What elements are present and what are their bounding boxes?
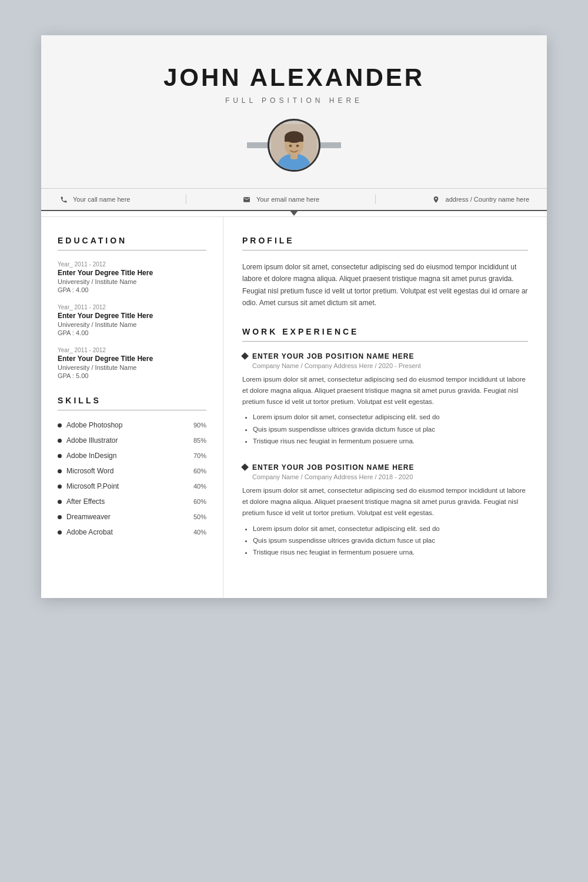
skill-item-2: Adobe InDesign 70% [58, 452, 206, 460]
skill-name-5: After Effects [66, 497, 105, 506]
resume-header: JOHN ALEXANDER FULL POSITION HERE [41, 35, 547, 172]
edu-year-2: Year_ 2011 - 2012 [58, 347, 206, 353]
contact-divider-2 [375, 195, 376, 204]
skill-percent-6: 50% [193, 513, 206, 520]
profile-text: Lorem ipsum dolor sit amet, consectetur … [242, 261, 528, 309]
work-section-title: WORK EXPERIENCE [242, 327, 528, 336]
phone-icon [59, 195, 68, 204]
skill-percent-2: 70% [193, 452, 206, 459]
work-bullet: Quis ipsum suspendisse ultrices gravida … [253, 424, 528, 435]
work-company-1: Company Name / Company Address Here / 20… [252, 473, 528, 480]
work-diamond-1 [241, 463, 249, 471]
skill-dot-7 [58, 530, 62, 534]
work-divider [242, 341, 528, 342]
email-text: Your email name here [256, 196, 319, 203]
skill-dot-3 [58, 469, 62, 473]
edu-entry-2: Year_ 2011 - 2012 Enter Your Degree Titl… [58, 347, 206, 379]
skill-left-3: Microsoft Word [58, 467, 113, 475]
work-desc-1: Lorem ipsum dolor sit amet, consectetur … [242, 485, 528, 519]
work-desc-0: Lorem ipsum dolor sit amet, consectetur … [242, 374, 528, 407]
skill-name-1: Adobe Illustrator [66, 436, 118, 445]
svg-rect-5 [285, 137, 303, 142]
candidate-title: FULL POSITION HERE [65, 96, 523, 105]
edu-gpa-1: GPA : 4.00 [58, 329, 206, 336]
profile-photo [268, 119, 320, 172]
skill-item-4: Microsoft P.Point 40% [58, 482, 206, 490]
skill-name-4: Microsoft P.Point [66, 482, 119, 490]
edu-gpa-2: GPA : 5.00 [58, 372, 206, 379]
work-entry-0: ENTER YOUR JOB POSITION NAME HERE Compan… [242, 352, 528, 447]
skill-name-3: Microsoft Word [66, 467, 113, 475]
work-entry-1: ENTER YOUR JOB POSITION NAME HERE Compan… [242, 463, 528, 558]
location-icon [432, 195, 441, 204]
skill-left-2: Adobe InDesign [58, 452, 116, 460]
skill-percent-3: 60% [193, 467, 206, 475]
skill-item-7: Adobe Acrobat 40% [58, 528, 206, 536]
svg-point-7 [296, 145, 299, 147]
work-position-0: ENTER YOUR JOB POSITION NAME HERE [252, 352, 414, 360]
right-column: PROFILE Lorem ipsum dolor sit amet, cons… [223, 217, 547, 598]
profile-divider [242, 250, 528, 250]
triangle-decoration [290, 211, 298, 216]
skill-left-6: Dreamweaver [58, 513, 111, 521]
work-position-1: ENTER YOUR JOB POSITION NAME HERE [252, 463, 414, 472]
contact-phone: Your call name here [59, 195, 130, 204]
education-section-title: EDUCATION [58, 236, 206, 245]
edu-entry-0: Year_ 2011 - 2012 Enter Your Degree Titl… [58, 261, 206, 293]
skill-dot-0 [58, 423, 62, 427]
left-column: EDUCATION Year_ 2011 - 2012 Enter Your D… [41, 217, 223, 598]
resume-body: EDUCATION Year_ 2011 - 2012 Enter Your D… [41, 216, 547, 598]
education-section: EDUCATION Year_ 2011 - 2012 Enter Your D… [58, 236, 206, 379]
work-bullet: Quis ipsum suspendisse ultrices gravida … [253, 535, 528, 546]
edu-institute-1: Univeresity / Institute Name [58, 321, 206, 328]
skill-percent-1: 85% [193, 437, 206, 444]
work-company-0: Company Name / Company Address Here / 20… [252, 362, 528, 369]
skill-dot-2 [58, 454, 62, 458]
work-bullet: Lorem ipsum dolor sit amet, consectetur … [253, 523, 528, 534]
email-icon [242, 195, 252, 204]
skills-divider [58, 410, 206, 410]
skill-name-0: Adobe Photoshop [66, 421, 122, 429]
work-diamond-0 [241, 352, 249, 360]
work-bullets-0: Lorem ipsum dolor sit amet, consectetur … [242, 412, 528, 446]
edu-year-0: Year_ 2011 - 2012 [58, 261, 206, 268]
work-bullet: Tristique risus nec feugiat in fermentum… [253, 547, 528, 557]
phone-text: Your call name here [73, 196, 130, 203]
edu-institute-0: Univeresity / Institute Name [58, 278, 206, 285]
photo-row [65, 119, 523, 172]
skill-name-2: Adobe InDesign [66, 452, 116, 460]
work-header-row-0: ENTER YOUR JOB POSITION NAME HERE [242, 352, 528, 360]
skill-left-7: Adobe Acrobat [58, 528, 113, 536]
skill-dot-6 [58, 515, 62, 519]
work-header-row-1: ENTER YOUR JOB POSITION NAME HERE [242, 463, 528, 472]
work-bullets-1: Lorem ipsum dolor sit amet, consectetur … [242, 523, 528, 558]
profile-section-title: PROFILE [242, 236, 528, 245]
skill-percent-0: 90% [193, 422, 206, 429]
edu-degree-0: Enter Your Degree Title Here [58, 269, 206, 277]
skill-item-6: Dreamweaver 50% [58, 513, 206, 521]
contact-divider-1 [186, 195, 186, 204]
skill-dot-1 [58, 439, 62, 443]
skill-item-3: Microsoft Word 60% [58, 467, 206, 475]
skill-item-1: Adobe Illustrator 85% [58, 436, 206, 445]
work-bullet: Lorem ipsum dolor sit amet, consectetur … [253, 412, 528, 422]
contact-address: address / Country name here [432, 195, 529, 204]
skills-section-title: SKILLS [58, 396, 206, 405]
skill-left-5: After Effects [58, 497, 105, 506]
edu-degree-1: Enter Your Degree Title Here [58, 312, 206, 320]
svg-point-6 [289, 145, 292, 147]
contact-email: Your email name here [242, 195, 319, 204]
edu-entry-1: Year_ 2011 - 2012 Enter Your Degree Titl… [58, 304, 206, 336]
skill-dot-4 [58, 485, 62, 489]
skills-items: Adobe Photoshop 90% Adobe Illustrator 85… [58, 421, 206, 536]
skill-left-0: Adobe Photoshop [58, 421, 122, 429]
skill-name-6: Dreamweaver [66, 513, 111, 521]
skill-left-4: Microsoft P.Point [58, 482, 119, 490]
address-text: address / Country name here [446, 196, 529, 203]
skill-left-1: Adobe Illustrator [58, 436, 118, 445]
profile-section: PROFILE Lorem ipsum dolor sit amet, cons… [242, 236, 528, 309]
work-bullet: Tristique risus nec feugiat in fermentum… [253, 436, 528, 446]
skill-percent-7: 40% [193, 529, 206, 536]
contact-bar: Your call name here Your email name here… [41, 188, 547, 211]
edu-year-1: Year_ 2011 - 2012 [58, 304, 206, 310]
